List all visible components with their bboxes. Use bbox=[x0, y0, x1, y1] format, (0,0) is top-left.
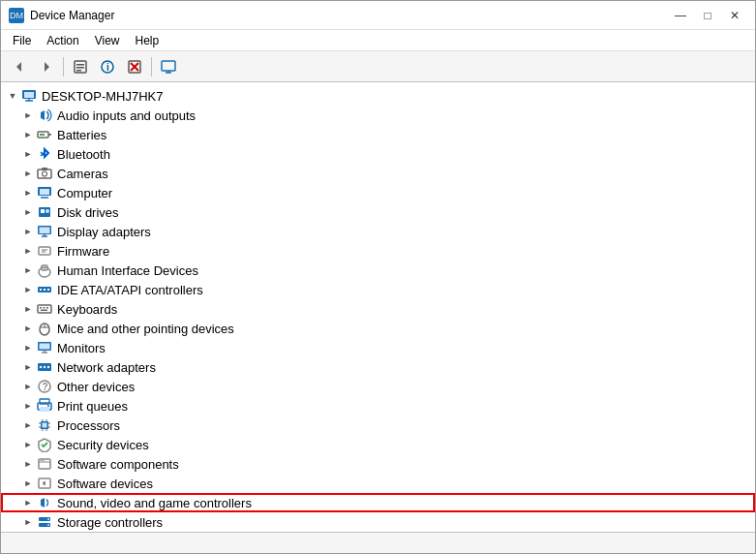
audio-icon bbox=[36, 108, 53, 123]
batteries-icon bbox=[36, 127, 53, 142]
back-button[interactable] bbox=[7, 55, 32, 78]
other-label: Other devices bbox=[57, 380, 135, 394]
tree-item-monitors[interactable]: ►Monitors bbox=[1, 338, 755, 357]
svg-point-31 bbox=[45, 209, 49, 213]
tree-view[interactable]: ▼ DESKTOP-MHJ7HK7 ►Audio inputs and outp… bbox=[1, 82, 755, 532]
properties-button[interactable] bbox=[68, 55, 93, 78]
toggle-disk[interactable]: ► bbox=[20, 202, 36, 222]
svg-text:?: ? bbox=[43, 382, 48, 392]
toggle-computer[interactable]: ► bbox=[20, 183, 36, 202]
monitors-icon bbox=[36, 340, 53, 355]
svg-rect-11 bbox=[162, 61, 175, 71]
firmware-label: Firmware bbox=[57, 244, 109, 259]
tree-item-keyboards[interactable]: ►Keyboards bbox=[1, 299, 755, 319]
toggle-mice[interactable]: ► bbox=[20, 319, 36, 338]
svg-marker-0 bbox=[16, 62, 21, 72]
toggle-batteries[interactable]: ► bbox=[20, 125, 36, 144]
window-controls: — □ ✕ bbox=[668, 6, 747, 25]
svg-point-80 bbox=[41, 460, 43, 462]
minimize-button[interactable]: — bbox=[668, 6, 693, 25]
tree-item-storage[interactable]: ►Storage controllers bbox=[1, 512, 755, 532]
toggle-other[interactable]: ► bbox=[20, 377, 36, 396]
svg-rect-50 bbox=[41, 310, 47, 312]
toggle-audio[interactable]: ► bbox=[20, 106, 36, 125]
bluetooth-icon bbox=[36, 146, 53, 162]
tree-item-hid[interactable]: ►Human Interface Devices bbox=[1, 261, 755, 280]
tree-item-sound[interactable]: ►Sound, video and game controllers bbox=[1, 493, 755, 512]
svg-rect-47 bbox=[40, 307, 42, 309]
root-toggle[interactable]: ▼ bbox=[5, 86, 20, 106]
menu-file[interactable]: File bbox=[5, 32, 39, 49]
tree-item-firmware[interactable]: ►Firmware bbox=[1, 241, 755, 261]
tree-item-batteries[interactable]: ►Batteries bbox=[1, 125, 755, 144]
tree-item-audio[interactable]: ►Audio inputs and outputs bbox=[1, 106, 755, 125]
keyboards-icon bbox=[36, 301, 53, 317]
toggle-processors[interactable]: ► bbox=[20, 416, 36, 435]
tree-item-ide[interactable]: ►IDE ATA/ATAPI controllers bbox=[1, 280, 755, 299]
toggle-firmware[interactable]: ► bbox=[20, 241, 36, 261]
menu-help[interactable]: Help bbox=[128, 32, 167, 49]
svg-rect-3 bbox=[76, 64, 84, 66]
toggle-hid[interactable]: ► bbox=[20, 261, 36, 280]
svg-rect-55 bbox=[40, 344, 50, 350]
toggle-ide[interactable]: ► bbox=[20, 280, 36, 299]
maximize-button[interactable]: □ bbox=[695, 6, 720, 25]
tree-item-mice[interactable]: ►Mice and other pointing devices bbox=[1, 319, 755, 338]
tree-item-display[interactable]: ►Display adapters bbox=[1, 222, 755, 241]
tree-item-print[interactable]: ►Print queues bbox=[1, 396, 755, 416]
toggle-sound2[interactable]: ► bbox=[20, 474, 36, 493]
toggle-keyboards[interactable]: ► bbox=[20, 299, 36, 319]
svg-rect-48 bbox=[44, 307, 45, 309]
tree-root[interactable]: ▼ DESKTOP-MHJ7HK7 bbox=[1, 86, 755, 106]
toggle-storage[interactable]: ► bbox=[20, 512, 36, 532]
svg-point-24 bbox=[43, 171, 47, 176]
tree-children: ►Audio inputs and outputs►Batteries►Blue… bbox=[1, 106, 755, 532]
forward-button[interactable] bbox=[34, 55, 59, 78]
tree-item-network[interactable]: ►Network adapters bbox=[1, 357, 755, 377]
menu-bar: File Action View Help bbox=[1, 30, 755, 51]
keyboards-label: Keyboards bbox=[57, 302, 117, 317]
software-icon bbox=[36, 456, 53, 472]
storage-label: Storage controllers bbox=[57, 515, 163, 530]
tree-item-sound2[interactable]: ►Software devices bbox=[1, 474, 755, 493]
svg-rect-33 bbox=[40, 228, 50, 234]
svg-rect-23 bbox=[38, 169, 51, 178]
svg-rect-19 bbox=[40, 134, 45, 136]
svg-rect-46 bbox=[38, 305, 51, 313]
tree-item-processors[interactable]: ►Processors bbox=[1, 416, 755, 435]
tree-item-security[interactable]: ►Security devices bbox=[1, 435, 755, 454]
toggle-network[interactable]: ► bbox=[20, 357, 36, 377]
svg-rect-20 bbox=[48, 134, 51, 136]
menu-view[interactable]: View bbox=[87, 32, 128, 49]
display-label: Display adapters bbox=[57, 225, 151, 239]
display-button[interactable] bbox=[156, 55, 181, 78]
toggle-print[interactable]: ► bbox=[20, 396, 36, 416]
title-bar: DM Device Manager — □ ✕ bbox=[1, 1, 755, 30]
tree-item-other[interactable]: ►?Other devices bbox=[1, 377, 755, 396]
network-icon bbox=[36, 359, 53, 375]
toggle-display[interactable]: ► bbox=[20, 222, 36, 241]
update-driver-button[interactable]: i bbox=[95, 55, 120, 78]
toggle-monitors[interactable]: ► bbox=[20, 338, 36, 357]
display-icon bbox=[36, 224, 53, 239]
tree-item-disk[interactable]: ►Disk drives bbox=[1, 202, 755, 222]
close-button[interactable]: ✕ bbox=[722, 6, 747, 25]
tree-item-computer[interactable]: ►Computer bbox=[1, 183, 755, 202]
print-label: Print queues bbox=[57, 399, 128, 414]
svg-point-60 bbox=[44, 366, 45, 368]
toggle-bluetooth[interactable]: ► bbox=[20, 144, 36, 164]
toggle-sound[interactable]: ► bbox=[20, 493, 36, 512]
ide-label: IDE ATA/ATAPI controllers bbox=[57, 283, 203, 297]
tree-item-bluetooth[interactable]: ►Bluetooth bbox=[1, 144, 755, 164]
toggle-security[interactable]: ► bbox=[20, 435, 36, 454]
tree-item-cameras[interactable]: ►Cameras bbox=[1, 164, 755, 183]
other-icon: ? bbox=[36, 379, 53, 394]
toggle-cameras[interactable]: ► bbox=[20, 164, 36, 183]
tree-item-software[interactable]: ►Software components bbox=[1, 454, 755, 474]
menu-action[interactable]: Action bbox=[39, 32, 86, 49]
toolbar-separator-2 bbox=[151, 57, 152, 77]
toggle-software[interactable]: ► bbox=[20, 454, 36, 474]
uninstall-button[interactable] bbox=[122, 55, 147, 78]
svg-point-85 bbox=[47, 518, 49, 520]
security-icon bbox=[36, 437, 53, 452]
